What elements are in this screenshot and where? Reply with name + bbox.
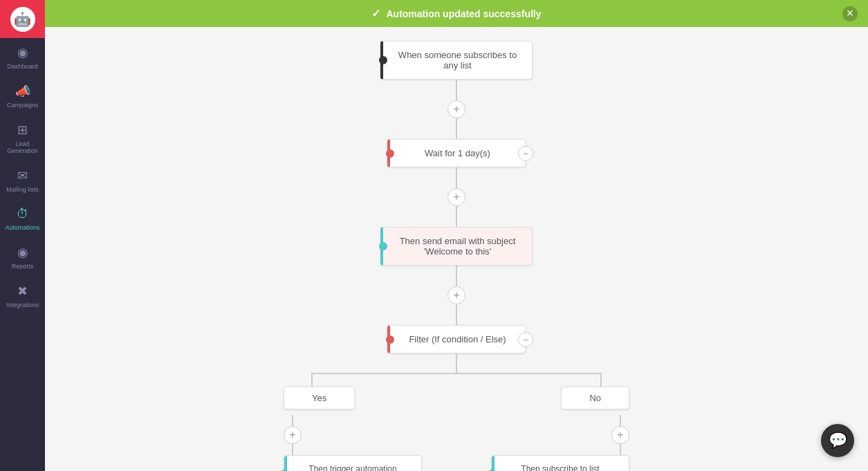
workflow: When someone subscribes to any list + Wa…: [214, 41, 699, 457]
filter-vertical-line: [456, 353, 457, 374]
logo-button[interactable]: 🤖: [0, 0, 45, 38]
sidebar-label-campaigns: Campaigns: [7, 102, 39, 109]
check-icon: ✓: [371, 7, 380, 20]
yes-add-btn[interactable]: +: [284, 426, 302, 444]
branch-connector: [284, 353, 629, 374]
wait-label: Wait for 1 day(s): [425, 148, 490, 158]
automations-icon: ⏱: [17, 207, 29, 221]
mailing-lists-icon: ✉: [17, 168, 28, 183]
sidebar-label-integrations: Integrations: [6, 302, 39, 308]
reports-icon: ◉: [17, 245, 28, 260]
trigger-node-container: When someone subscribes to any list +: [214, 41, 699, 139]
sidebar-item-campaigns[interactable]: 📣 Campaigns: [0, 77, 45, 116]
sidebar-item-integrations[interactable]: ✖ Integrations: [0, 277, 45, 315]
sidebar-item-reports[interactable]: ◉ Reports: [0, 238, 45, 277]
success-banner: ✓ Automation updated successfully ×: [45, 0, 868, 27]
add-after-trigger[interactable]: +: [447, 100, 465, 118]
no-vertical-line: [600, 373, 602, 387]
filter-node[interactable]: Filter (If condition / Else) −: [387, 325, 526, 353]
email-connector: [379, 242, 387, 250]
line-after-trigger: [456, 80, 457, 100]
chat-icon: 💬: [829, 432, 847, 450]
email-label: Then send email with subject 'Welcome to…: [400, 236, 516, 257]
yes-label: Yes: [312, 393, 326, 403]
sidebar-item-lead-generation[interactable]: ⊞ Lead Generation: [0, 116, 45, 161]
no-add-container: +: [611, 415, 629, 455]
yes-action-bar: [284, 456, 287, 471]
yes-line-below-add: [292, 444, 293, 455]
trigger-connector: [379, 56, 387, 64]
workflow-canvas: When someone subscribes to any list + Wa…: [45, 27, 868, 471]
wait-action-btn[interactable]: −: [518, 146, 533, 161]
no-line-below-add: [620, 444, 621, 455]
no-action-node[interactable]: Then subscribe to list 'enstinemuki firs…: [491, 455, 629, 471]
campaigns-icon: 📣: [15, 84, 30, 99]
integrations-icon: ✖: [17, 284, 28, 299]
line-before-filter: [456, 304, 457, 325]
sidebar-item-mailing-lists[interactable]: ✉ Mailing lists: [0, 161, 45, 200]
dashboard-icon: ◉: [17, 45, 28, 60]
sidebar-label-mailing-lists: Mailing lists: [6, 186, 39, 193]
filter-node-row: Filter (If condition / Else) −: [214, 325, 699, 353]
line-before-wait: [456, 118, 457, 139]
email-node[interactable]: Then send email with subject 'Welcome to…: [380, 227, 533, 266]
branch-labels-row: Yes No: [284, 387, 629, 409]
yes-line-above-add: [292, 415, 293, 426]
no-branch-box[interactable]: No: [561, 387, 629, 409]
line-after-email: [456, 266, 457, 286]
branch-action-row: Then trigger automation 'Welcome email s…: [284, 455, 629, 471]
no-add-btn[interactable]: +: [611, 426, 629, 444]
add-after-wait[interactable]: +: [447, 188, 465, 206]
chat-widget[interactable]: 💬: [821, 424, 854, 457]
sidebar-label-automations: Automations: [5, 224, 39, 231]
add-after-email[interactable]: +: [447, 286, 465, 304]
no-line-above-add: [620, 415, 621, 426]
logo-icon: 🤖: [10, 7, 35, 32]
sidebar: 🤖 ◉ Dashboard 📣 Campaigns ⊞ Lead Generat…: [0, 0, 45, 471]
no-action-bar: [492, 456, 495, 471]
sidebar-item-dashboard[interactable]: ◉ Dashboard: [0, 38, 45, 77]
banner-message: Automation updated successfully: [386, 8, 541, 19]
trigger-label: When someone subscribes to any list: [398, 50, 517, 71]
branch-add-row: + +: [284, 415, 629, 455]
yes-vertical-line: [311, 373, 313, 387]
banner-close-button[interactable]: ×: [842, 6, 858, 21]
main-content: ✓ Automation updated successfully × When…: [45, 0, 868, 471]
filter-action-btn[interactable]: −: [518, 332, 533, 347]
wait-node-container: Wait for 1 day(s) − +: [214, 139, 699, 227]
line-after-wait: [456, 167, 457, 188]
email-node-container: Then send email with subject 'Welcome to…: [214, 227, 699, 325]
sidebar-item-automations[interactable]: ⏱ Automations: [0, 200, 45, 238]
trigger-node[interactable]: When someone subscribes to any list: [380, 41, 533, 80]
sidebar-label-dashboard: Dashboard: [7, 63, 37, 70]
yes-action-label: Then trigger automation 'Welcome email s…: [304, 464, 402, 471]
wait-connector: [386, 149, 394, 158]
yes-branch-box[interactable]: Yes: [284, 387, 355, 409]
yes-action-node[interactable]: Then trigger automation 'Welcome email s…: [284, 455, 422, 471]
filter-connector: [386, 335, 394, 344]
filter-label: Filter (If condition / Else): [409, 334, 506, 344]
wait-node-row: Wait for 1 day(s) −: [214, 139, 699, 167]
no-label: No: [589, 393, 601, 403]
branch-horizontal-line: [311, 373, 602, 374]
sidebar-label-lead-generation: Lead Generation: [3, 140, 41, 154]
yes-add-container: +: [284, 415, 302, 455]
sidebar-label-reports: Reports: [12, 263, 34, 270]
line-before-email: [456, 206, 457, 227]
filter-node-container: Filter (If condition / Else) −: [214, 325, 699, 471]
no-action-label: Then subscribe to list 'enstinemuki firs…: [508, 464, 613, 471]
trigger-node-row: When someone subscribes to any list: [214, 41, 699, 80]
email-node-row: Then send email with subject 'Welcome to…: [214, 227, 699, 266]
lead-generation-icon: ⊞: [17, 122, 28, 138]
wait-node[interactable]: Wait for 1 day(s) −: [387, 139, 526, 167]
